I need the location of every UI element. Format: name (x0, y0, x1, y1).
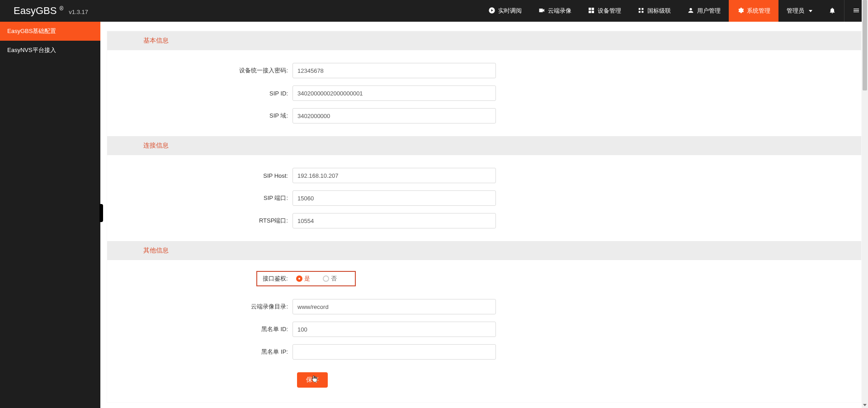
label-blacklist-ip: 黑名单 IP: (107, 348, 292, 356)
label-sip-host: SIP Host: (107, 172, 292, 179)
nav-cloud-record[interactable]: 云端录像 (530, 0, 580, 22)
bell-icon (829, 7, 836, 15)
vertical-scrollbar[interactable] (862, 0, 868, 408)
main-layout: EasyGBS基础配置 EasyNVS平台接入 基本信息 设备统一接入密码: S… (0, 22, 868, 408)
chevron-down-icon (809, 10, 812, 12)
label-sip-port: SIP 端口: (107, 194, 292, 202)
sidebar-item-easynvs[interactable]: EasyNVS平台接入 (0, 41, 100, 60)
section-other-body: 接口鉴权: 是 否 云端录像目录: 黑名单 ID: (107, 260, 861, 402)
section-other-title: 其他信息 (107, 241, 861, 260)
row-blacklist-ip: 黑名单 IP: (107, 344, 861, 360)
label-auth: 接口鉴权: (263, 275, 288, 283)
brand-name: EasyGBS ® (14, 5, 63, 17)
sidebar-item-label: EasyNVS平台接入 (7, 47, 56, 53)
radio-auth-no[interactable]: 否 (323, 275, 337, 283)
brand: EasyGBS ® v1.3.17 (14, 5, 88, 17)
user-icon (687, 7, 694, 15)
section-basic-title: 基本信息 (107, 31, 861, 50)
row-sip-id: SIP ID: (107, 85, 861, 101)
brand-version: v1.3.17 (69, 9, 88, 15)
nav-gb-cascade[interactable]: 国标级联 (629, 0, 679, 22)
row-rtsp-port: RTSP端口: (107, 213, 861, 228)
input-blacklist-id[interactable] (292, 322, 496, 337)
notifications-button[interactable] (821, 0, 844, 22)
video-icon (538, 7, 545, 15)
save-row: 保存 (107, 367, 861, 397)
nav-label: 实时调阅 (498, 7, 522, 15)
label-record-dir: 云端录像目录: (107, 303, 292, 311)
label-device-password: 设备统一接入密码: (107, 66, 292, 75)
user-label: 管理员 (787, 7, 804, 15)
cascade-icon (637, 7, 645, 15)
grid-icon (588, 7, 595, 15)
nav-label: 设备管理 (598, 7, 621, 15)
menu-icon (853, 7, 860, 15)
section-basic-body: 设备统一接入密码: SIP ID: SIP 域: (107, 50, 861, 136)
nav-device-mgmt[interactable]: 设备管理 (580, 0, 629, 22)
row-sip-port: SIP 端口: (107, 190, 861, 206)
cursor-hand-icon (311, 375, 319, 383)
sidebar-item-basic-config[interactable]: EasyGBS基础配置 (0, 22, 100, 41)
label-sip-domain: SIP 域: (107, 112, 292, 120)
row-blacklist-id: 黑名单 ID: (107, 322, 861, 337)
sidebar: EasyGBS基础配置 EasyNVS平台接入 (0, 22, 100, 408)
section-conn-title: 连接信息 (107, 136, 861, 155)
input-sip-id[interactable] (292, 85, 496, 101)
row-sip-host: SIP Host: (107, 168, 861, 183)
label-blacklist-id: 黑名单 ID: (107, 325, 292, 333)
nav-label: 用户管理 (697, 7, 721, 15)
input-sip-host[interactable] (292, 168, 496, 183)
input-device-password[interactable] (292, 63, 496, 78)
input-rtsp-port[interactable] (292, 213, 496, 228)
radio-label: 否 (331, 275, 337, 283)
nav-label: 国标级联 (647, 7, 671, 15)
top-nav: 实时调阅 云端录像 设备管理 国标级联 用户管理 系统管理 管理员 (480, 0, 868, 22)
row-device-password: 设备统一接入密码: (107, 63, 861, 78)
play-circle-icon (488, 7, 495, 15)
top-bar: EasyGBS ® v1.3.17 实时调阅 云端录像 设备管理 国标级联 用户… (0, 0, 868, 22)
user-menu[interactable]: 管理员 (778, 0, 821, 22)
scrollbar-thumb[interactable] (863, 0, 867, 90)
gear-icon (737, 7, 744, 15)
radio-dot-icon (323, 275, 329, 282)
input-blacklist-ip[interactable] (292, 344, 496, 360)
content-area: 基本信息 设备统一接入密码: SIP ID: SIP 域: 连接信息 (100, 22, 868, 408)
config-panel: 基本信息 设备统一接入密码: SIP ID: SIP 域: 连接信息 (107, 31, 862, 403)
section-conn-body: SIP Host: SIP 端口: RTSP端口: (107, 155, 861, 241)
scroll-down-icon (862, 402, 868, 408)
auth-highlight-box: 接口鉴权: 是 否 (256, 271, 356, 286)
nav-realtime[interactable]: 实时调阅 (480, 0, 530, 22)
nav-user-mgmt[interactable]: 用户管理 (679, 0, 729, 22)
nav-label: 系统管理 (747, 7, 770, 15)
input-sip-domain[interactable] (292, 108, 496, 123)
radio-dot-icon (296, 275, 302, 282)
radio-auth-yes[interactable]: 是 (296, 275, 310, 283)
input-record-dir[interactable] (292, 299, 496, 314)
sidebar-drag-handle[interactable] (99, 204, 103, 222)
input-sip-port[interactable] (292, 190, 496, 206)
sidebar-item-label: EasyGBS基础配置 (7, 28, 56, 34)
label-sip-id: SIP ID: (107, 90, 292, 97)
row-record-dir: 云端录像目录: (107, 299, 861, 314)
nav-label: 云端录像 (548, 7, 571, 15)
label-rtsp-port: RTSP端口: (107, 217, 292, 225)
radio-label: 是 (304, 275, 310, 283)
row-sip-domain: SIP 域: (107, 108, 861, 123)
nav-system-mgmt[interactable]: 系统管理 (729, 0, 778, 22)
